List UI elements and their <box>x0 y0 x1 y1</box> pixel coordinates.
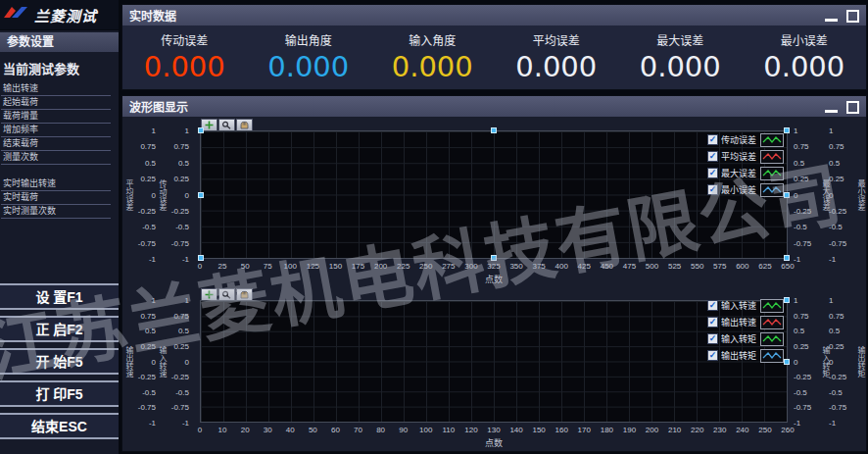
legend-item[interactable]: ✓输入转速 <box>707 297 782 314</box>
metric-label: 传动误差 <box>122 31 247 48</box>
line-sample-icon <box>760 316 784 329</box>
line-sample-icon <box>760 332 784 346</box>
x-tick: 225 <box>397 262 410 271</box>
selection-handle[interactable] <box>784 255 790 261</box>
y-tick: -0.25 <box>794 206 811 215</box>
x-axis-ticks: 0255075100125150175200225250275300325350… <box>200 262 788 272</box>
y-tick: -1 <box>182 255 189 264</box>
x-tick: 50 <box>241 262 250 271</box>
y-tick: 0 <box>185 357 189 366</box>
y-tick: 0.75 <box>140 142 156 151</box>
sidebar-param-item[interactable]: 载荷增量 <box>1 110 111 124</box>
realtime-list: 实时输出转速实时载荷实时测量次数 <box>0 177 119 219</box>
app-title: 兰菱测试 <box>34 5 97 25</box>
sidebar-param-item[interactable]: 起始载荷 <box>1 96 111 110</box>
y-tick: 0.25 <box>829 341 844 350</box>
y-axis-ticks: 10.750.50.250-0.25-0.5-0.75-1 <box>829 130 854 259</box>
y-tick: 0.75 <box>794 311 809 320</box>
metric-value: 0.000 <box>743 50 867 83</box>
y-tick: -0.5 <box>794 387 807 396</box>
y-tick: 0.5 <box>829 158 840 167</box>
sidebar-realtime-item[interactable]: 实时输出转速 <box>1 177 111 191</box>
sidebar-param-item[interactable]: 测量次数 <box>1 151 111 165</box>
y-tick: -1 <box>182 419 189 428</box>
checkbox-icon[interactable]: ✓ <box>707 300 718 311</box>
minimize-icon[interactable] <box>825 19 838 22</box>
legend-item[interactable]: ✓传动误差 <box>707 131 782 148</box>
checkbox-icon[interactable]: ✓ <box>707 184 718 195</box>
y-tick: -0.75 <box>171 238 189 247</box>
metric-value: 0.000 <box>370 50 495 83</box>
x-tick: 220 <box>691 426 703 434</box>
legend-item[interactable]: ✓最大误差 <box>707 165 782 181</box>
x-tick: 650 <box>781 262 794 271</box>
sidebar-param-item[interactable]: 增加频率 <box>1 124 111 137</box>
line-sample-icon <box>760 167 784 180</box>
selection-handle[interactable] <box>491 127 497 133</box>
legend-label: 平均误差 <box>721 150 757 163</box>
checkbox-icon[interactable]: ✓ <box>707 333 718 344</box>
maximize-icon[interactable] <box>846 10 859 23</box>
minimize-icon[interactable] <box>825 110 838 113</box>
line-sample-icon <box>760 183 784 197</box>
sidebar-button[interactable]: 开 始F5 <box>0 348 119 375</box>
selection-handle[interactable] <box>491 255 497 261</box>
x-tick: 400 <box>555 262 568 271</box>
y-tick: 0.25 <box>794 175 809 183</box>
y-axis-ticks: 10.750.50.250-0.25-0.5-0.75-1 <box>794 300 819 423</box>
checkbox-icon[interactable]: ✓ <box>707 151 718 162</box>
y-tick: -0.75 <box>794 403 811 412</box>
selection-handle[interactable] <box>784 297 790 303</box>
x-tick: 50 <box>309 426 317 434</box>
x-tick: 200 <box>646 426 658 434</box>
legend-item[interactable]: ✓输出转速 <box>707 314 782 330</box>
y-tick: 0.5 <box>145 158 156 167</box>
y-tick: -0.25 <box>171 206 189 215</box>
sidebar-subsection-current-test-params: 当前测试参数 <box>0 52 119 82</box>
y-tick: 0.75 <box>173 142 189 151</box>
y-tick: -0.5 <box>142 387 156 396</box>
legend-item[interactable]: ✓输出转矩 <box>707 347 782 364</box>
x-tick: 175 <box>352 262 364 271</box>
checkbox-icon[interactable]: ✓ <box>707 317 718 328</box>
sidebar-button[interactable]: 设 置F1 <box>0 283 119 310</box>
x-tick: 100 <box>419 426 432 434</box>
metric: 输出角度0.000 <box>247 31 371 83</box>
selection-handle[interactable] <box>784 127 790 133</box>
selection-handle[interactable] <box>198 127 204 133</box>
sidebar-button[interactable]: 打 印F5 <box>0 380 119 407</box>
plot-area[interactable] <box>200 130 788 259</box>
checkbox-icon[interactable]: ✓ <box>707 168 718 178</box>
maximize-icon[interactable] <box>846 101 859 114</box>
legend-item[interactable]: ✓输入转矩 <box>707 330 782 347</box>
selection-handle[interactable] <box>198 255 204 261</box>
y-tick: 1 <box>152 296 156 305</box>
y-tick: 0 <box>152 357 156 366</box>
x-tick: 130 <box>487 426 500 434</box>
y-tick: 1 <box>152 126 156 135</box>
y-axis-ticks: 10.750.50.250-0.25-0.5-0.75-1 <box>130 130 156 259</box>
line-sample-icon <box>760 150 784 164</box>
checkbox-icon[interactable]: ✓ <box>707 134 718 145</box>
selection-handle[interactable] <box>784 192 790 198</box>
legend-item[interactable]: ✓平均误差 <box>707 148 782 165</box>
y-tick: -0.5 <box>142 223 156 231</box>
checkbox-icon[interactable]: ✓ <box>707 350 718 361</box>
y-tick: 1 <box>829 126 833 135</box>
selection-handle[interactable] <box>198 192 204 198</box>
metric-value: 0.000 <box>122 50 247 83</box>
sidebar-realtime-item[interactable]: 实时测量次数 <box>1 205 111 219</box>
y-tick: 0.5 <box>794 158 804 167</box>
sidebar-button[interactable]: 结束ESC <box>0 413 119 439</box>
sidebar-realtime-item[interactable]: 实时载荷 <box>1 191 111 205</box>
x-tick: 60 <box>331 426 340 434</box>
sidebar-param-item[interactable]: 结束载荷 <box>1 137 111 151</box>
waveform-panel-header: 波形图显示 <box>122 96 866 117</box>
legend-item[interactable]: ✓最小误差 <box>707 181 782 198</box>
sidebar-button[interactable]: 正 启F2 <box>0 316 119 342</box>
selection-handle[interactable] <box>784 359 790 365</box>
legend-label: 传动误差 <box>721 133 757 146</box>
x-tick: 70 <box>354 426 362 434</box>
plot-area[interactable] <box>200 300 788 423</box>
sidebar-param-item[interactable]: 输出转速 <box>1 82 111 96</box>
